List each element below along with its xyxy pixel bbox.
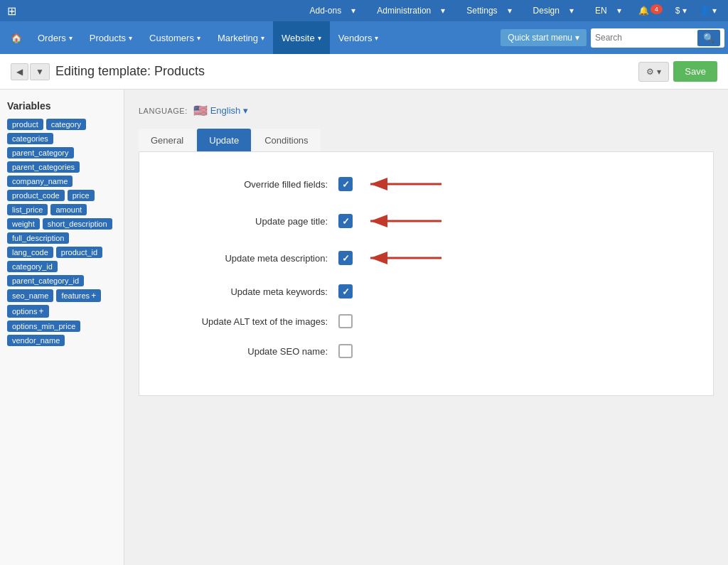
- variable-tag-parent_categories[interactable]: parent_categories: [7, 161, 80, 173]
- tab-conditions[interactable]: Conditions: [252, 129, 320, 151]
- quick-start-button[interactable]: Quick start menu ▾: [500, 29, 587, 46]
- checkbox-1[interactable]: [338, 214, 353, 228]
- variable-tag-seo_name[interactable]: seo_name: [7, 289, 53, 302]
- page-header: ◀ ▼ Editing template: Products ⚙ ▾ Save: [0, 54, 728, 90]
- main-nav-right: Quick start menu ▾ 🔍: [500, 21, 724, 54]
- orders-caret: ▾: [69, 34, 73, 42]
- vendors-nav-item[interactable]: Vendors ▾: [330, 21, 387, 54]
- form-row-2: Update meta description:: [168, 247, 685, 269]
- variable-tag-options[interactable]: options+: [7, 305, 49, 318]
- plus-icon: +: [38, 306, 43, 316]
- variable-tag-short_description[interactable]: short_description: [43, 218, 112, 230]
- checkbox-4[interactable]: [338, 314, 353, 328]
- main-nav-left: 🏠 Orders ▾ Products ▾ Customers ▾ Market…: [4, 21, 500, 54]
- field-label-0: Override filled fields:: [168, 179, 338, 190]
- down-button[interactable]: ▼: [30, 63, 50, 80]
- search-box: 🔍: [591, 28, 724, 48]
- variable-tag-categories[interactable]: categories: [7, 133, 53, 144]
- save-button[interactable]: Save: [673, 61, 717, 82]
- design-caret: ▾: [565, 4, 578, 17]
- user-menu[interactable]: 👤 ▾: [695, 4, 721, 17]
- settings-menu[interactable]: Settings ▾: [458, 3, 520, 18]
- top-bar: ⊞ Add-ons ▾ Administration ▾ Settings ▾ …: [0, 0, 728, 21]
- tab-general[interactable]: General: [139, 129, 196, 151]
- variable-tag-category_id[interactable]: category_id: [7, 261, 58, 272]
- field-label-4: Update ALT text of the images:: [168, 316, 338, 327]
- language-caret: ▾: [613, 4, 626, 17]
- tab-update[interactable]: Update: [197, 129, 251, 151]
- notification-count: 4: [651, 4, 663, 14]
- red-arrow-1: [363, 210, 449, 232]
- form-row-3: Update meta keywords:: [168, 284, 685, 298]
- search-button[interactable]: 🔍: [697, 30, 720, 46]
- currency-menu[interactable]: $ ▾: [671, 4, 691, 17]
- top-bar-right: Add-ons ▾ Administration ▾ Settings ▾ De…: [301, 3, 722, 18]
- variable-tag-amount[interactable]: amount: [50, 204, 87, 215]
- field-label-3: Update meta keywords:: [168, 286, 338, 297]
- nav-arrows: ◀ ▼: [11, 63, 50, 80]
- form-row-1: Update page title:: [168, 210, 685, 232]
- customers-caret: ▾: [197, 34, 200, 42]
- back-button[interactable]: ◀: [11, 63, 28, 80]
- checkbox-3[interactable]: [338, 284, 353, 298]
- vendors-caret: ▾: [375, 34, 378, 42]
- page-title: Editing template: Products: [55, 64, 205, 79]
- notifications-button[interactable]: 🔔4: [634, 4, 667, 17]
- language-menu[interactable]: EN ▾: [587, 3, 630, 18]
- variable-tag-product_code[interactable]: product_code: [7, 190, 65, 201]
- variable-tag-full_description[interactable]: full_description: [7, 232, 69, 244]
- home-nav-item[interactable]: 🏠: [4, 21, 29, 54]
- variables-list: productcategorycategoriesparent_category…: [7, 119, 117, 346]
- field-label-1: Update page title:: [168, 216, 338, 227]
- variable-tag-product_id[interactable]: product_id: [56, 247, 102, 258]
- variable-tag-price[interactable]: price: [68, 190, 95, 201]
- orders-nav-item[interactable]: Orders ▾: [29, 21, 81, 54]
- form-row-4: Update ALT text of the images:: [168, 314, 685, 328]
- checkbox-0[interactable]: [338, 177, 353, 191]
- variable-tag-vendor_name[interactable]: vendor_name: [7, 335, 65, 346]
- language-selector[interactable]: 🇺🇸 English ▾: [193, 104, 249, 117]
- top-bar-left: ⊞: [7, 4, 16, 18]
- products-caret: ▾: [129, 34, 132, 42]
- page-settings-button[interactable]: ⚙ ▾: [638, 62, 669, 82]
- sidebar-title: Variables: [7, 100, 117, 112]
- administration-menu[interactable]: Administration ▾: [368, 3, 454, 18]
- plus-icon: +: [91, 291, 96, 301]
- flag-icon: 🇺🇸: [193, 104, 208, 117]
- language-row: LANGUAGE: 🇺🇸 English ▾: [139, 104, 714, 117]
- variable-tag-parent_category[interactable]: parent_category: [7, 147, 74, 158]
- variable-tag-weight[interactable]: weight: [7, 218, 40, 230]
- variable-tag-lang_code[interactable]: lang_code: [7, 247, 53, 258]
- checkbox-5[interactable]: [338, 344, 353, 358]
- form-panel: Override filled fields: Update page titl…: [139, 152, 714, 396]
- website-nav-item[interactable]: Website ▾: [273, 21, 330, 54]
- checkbox-2[interactable]: [338, 251, 353, 265]
- variable-tag-category[interactable]: category: [46, 119, 86, 130]
- grid-icon[interactable]: ⊞: [7, 4, 16, 18]
- field-label-5: Update SEO name:: [168, 346, 338, 357]
- field-label-2: Update meta description:: [168, 253, 338, 264]
- language-caret: ▾: [243, 105, 248, 116]
- language-label: LANGUAGE:: [139, 107, 188, 115]
- settings-caret: ▾: [503, 4, 516, 17]
- language-selected: English: [210, 105, 241, 116]
- search-input[interactable]: [595, 33, 695, 43]
- variable-tag-list_price[interactable]: list_price: [7, 204, 48, 215]
- variable-tag-product[interactable]: product: [7, 119, 43, 130]
- administration-caret: ▾: [437, 4, 449, 17]
- main-panel: LANGUAGE: 🇺🇸 English ▾ GeneralUpdateCond…: [124, 90, 728, 565]
- main-nav: 🏠 Orders ▾ Products ▾ Customers ▾ Market…: [0, 21, 728, 54]
- design-menu[interactable]: Design ▾: [525, 3, 582, 18]
- customers-nav-item[interactable]: Customers ▾: [141, 21, 209, 54]
- website-caret: ▾: [318, 34, 321, 42]
- form-row-5: Update SEO name:: [168, 344, 685, 358]
- addons-menu[interactable]: Add-ons ▾: [301, 3, 365, 18]
- variable-tag-options_min_price[interactable]: options_min_price: [7, 321, 80, 332]
- variable-tag-company_name[interactable]: company_name: [7, 176, 73, 187]
- marketing-nav-item[interactable]: Marketing ▾: [209, 21, 273, 54]
- variable-tag-parent_category_id[interactable]: parent_category_id: [7, 275, 84, 286]
- variable-tag-features[interactable]: features+: [56, 289, 101, 302]
- page-header-left: ◀ ▼ Editing template: Products: [11, 63, 205, 80]
- tabs: GeneralUpdateConditions: [139, 129, 714, 152]
- products-nav-item[interactable]: Products ▾: [81, 21, 141, 54]
